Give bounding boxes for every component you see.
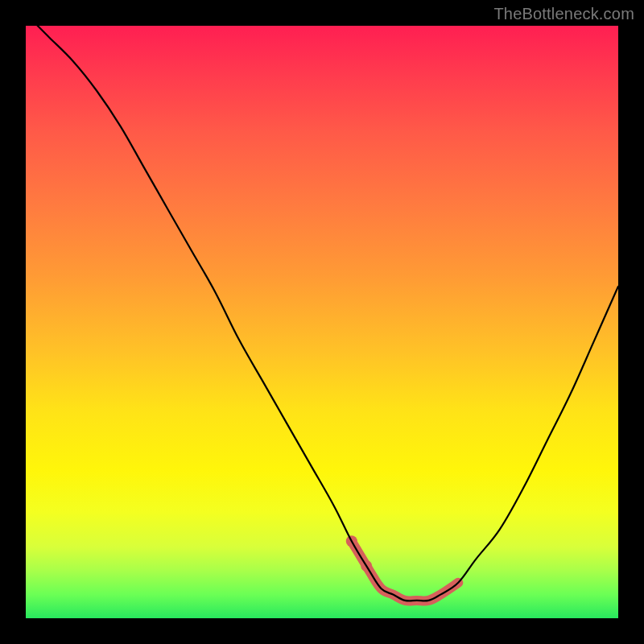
plot-svg [26,26,618,618]
watermark-label: TheBottleneck.com [493,5,634,23]
plot-area [26,26,618,618]
chart-stage: TheBottleneck.com [0,0,644,644]
bottleneck-highlight [346,535,459,601]
bottleneck-curve [38,26,618,601]
